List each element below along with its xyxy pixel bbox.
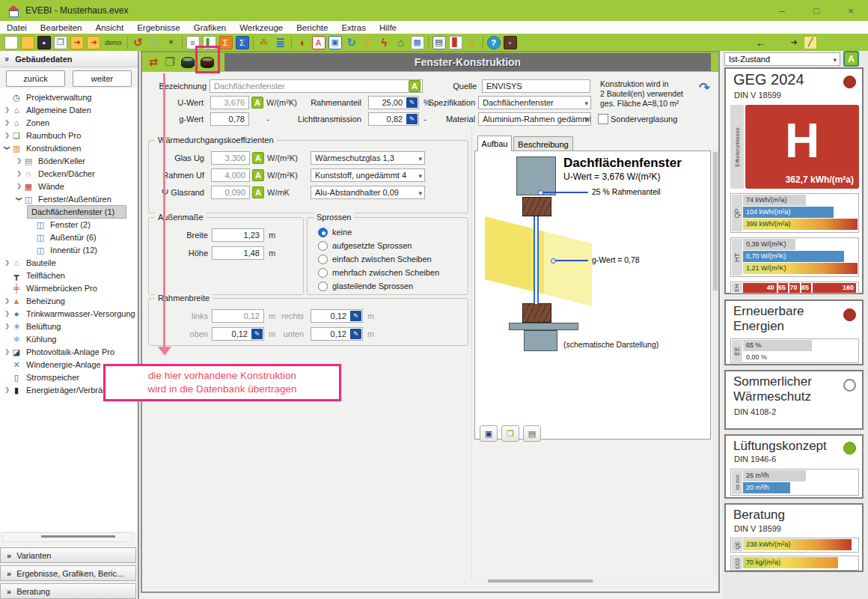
redo-icon[interactable]: ↻ [148, 36, 162, 49]
rahmen-uf-select[interactable]: Kunststoff, ungedämmt 4▾ [311, 168, 425, 182]
tree-item-zonen[interactable]: ❯⌂Zonen [0, 116, 136, 129]
lichttransmission-edit-icon[interactable]: ✎ [406, 114, 418, 124]
list-icon[interactable]: ≣ [274, 36, 287, 49]
maximize-button[interactable]: □ [799, 0, 834, 21]
glasrand-select[interactable]: Alu-Abstandhalter 0,09▾ [311, 186, 425, 199]
tree-expander-icon[interactable]: ❯ [3, 259, 11, 266]
breite-input[interactable]: 1,23 [212, 228, 264, 242]
tree-item-wärmebrücken-pro[interactable]: ╪Wärmebrücken Pro [0, 282, 136, 294]
table-icon[interactable]: ▦ [411, 36, 424, 49]
tree-item-trinkwarmwasser-versorgung[interactable]: ❯●Trinkwarmwasser-Versorgung [0, 307, 136, 320]
report-disk-icon[interactable]: ▤ [433, 36, 446, 49]
tree-item-bauteile[interactable]: ❯⌂Bauteile [0, 256, 136, 269]
new-file-icon[interactable] [4, 36, 18, 49]
refresh-icon[interactable]: ↻ [345, 36, 358, 49]
sigma-orange-icon[interactable]: Σ [219, 36, 233, 49]
tree-expander-icon[interactable]: ❯ [3, 132, 11, 139]
tree-item-beheizung[interactable]: ❯▲Beheizung [0, 294, 136, 307]
radio-button-icon[interactable] [318, 282, 328, 291]
menu-datei[interactable]: Datei [0, 21, 34, 34]
radio-button-icon[interactable] [318, 255, 328, 264]
tree-item-kühlung[interactable]: ❄Kühlung [0, 332, 136, 345]
tree-item-belüftung[interactable]: ❯✳Belüftung [0, 320, 136, 332]
minimize-button[interactable]: – [765, 0, 799, 21]
glas-ug-select[interactable]: Wärmeschutzglas 1,3▾ [311, 151, 425, 165]
tree-item-photovoltaik-anlage-pro[interactable]: ❯◪Photovoltaik-Anlage Pro [0, 345, 136, 358]
print-preview-icon[interactable]: ▤ [523, 425, 541, 442]
bolt-icon[interactable]: ϟ [378, 36, 391, 49]
back-arrow-icon[interactable]: ← [754, 36, 768, 49]
rahmenanteil-input[interactable]: 25,00 ✎ [368, 96, 419, 109]
panel-ergebnisse-grafiken-beric[interactable]: »Ergebnisse, Grafiken, Beric... [0, 565, 136, 581]
radio-aufgesetzte-sprossen[interactable]: aufgesetzte Sprossen [318, 239, 439, 252]
glasrand-auto-badge[interactable]: A [252, 186, 264, 198]
glas-ug-input[interactable]: 3,300 [211, 151, 250, 165]
sun-icon[interactable]: ☀ [361, 36, 375, 49]
menu-hilfe[interactable]: Hilfe [373, 21, 403, 34]
quelle-input[interactable]: ENVISYS [482, 79, 590, 93]
preview-horizontal-scrollbar[interactable] [474, 578, 711, 584]
back-button[interactable]: zurück [6, 70, 65, 87]
close-button[interactable]: × [834, 0, 868, 21]
next-button[interactable]: weiter [73, 70, 132, 87]
open-folder-icon[interactable] [21, 36, 34, 49]
menu-werkzeuge[interactable]: Werkzeuge [233, 21, 290, 34]
sonderverglasung-checkbox[interactable] [598, 114, 608, 124]
menu-extras[interactable]: Extras [334, 21, 373, 34]
megaphone-icon[interactable]: ◖ [296, 36, 309, 49]
preview-vertical-scrollbar[interactable] [712, 150, 718, 577]
tree-expander-icon[interactable]: ❯ [15, 170, 23, 177]
bezeichnung-auto-button[interactable]: A [409, 80, 421, 92]
hierarchy-icon[interactable]: ⁂ [257, 36, 271, 49]
tree-expander-icon[interactable]: ❯ [4, 144, 10, 152]
menu-ansicht[interactable]: Ansicht [88, 21, 130, 34]
photo-icon[interactable]: ▣ [328, 36, 342, 49]
tree-item-teilflächen[interactable]: ┳Teilflächen [0, 269, 136, 282]
sigma-blue-icon[interactable]: Σ [236, 36, 249, 49]
tab-beschreibung[interactable]: Beschreibung [513, 136, 573, 151]
lichttransmission-input[interactable]: 0,82 ✎ [368, 112, 419, 126]
radio-button-icon[interactable] [318, 268, 328, 278]
rahmenbreite-rechts-input[interactable]: 0,12✎ [311, 309, 363, 323]
radio-glasteilende-sprossen[interactable]: glasteilende Sprossen [318, 279, 439, 293]
u-wert-input[interactable]: 3,676 [210, 96, 249, 109]
menu-bearbeiten[interactable]: Bearbeiten [34, 21, 89, 34]
redo-curve-icon[interactable]: ↷ [699, 79, 710, 96]
rahmen-uf-auto-badge[interactable]: A [252, 169, 264, 181]
tree-expander-icon[interactable]: ❯ [3, 323, 11, 329]
glas-ug-auto-badge[interactable]: A [252, 152, 264, 164]
database-icon[interactable] [181, 58, 195, 68]
u-wert-auto-badge[interactable]: A [251, 97, 263, 109]
forward-arrow-icon[interactable]: → [771, 36, 784, 49]
tree-item-decken-dächer[interactable]: ❯∩Decken/Dächer [0, 167, 136, 180]
variant-select[interactable]: Ist-Zustand▾ [724, 52, 840, 66]
magic-wand-icon[interactable]: ✶ [165, 36, 178, 49]
tree-expander-icon[interactable]: ❯ [16, 195, 22, 203]
export-folder-icon[interactable]: ➜ [87, 36, 100, 49]
tree-item-projektverwaltung[interactable]: ◷Projektverwaltung [0, 91, 136, 103]
tree-item-wände[interactable]: ❯▦Wände [0, 180, 136, 192]
letter-a-icon[interactable]: A [312, 36, 326, 49]
tree-item-außentür-6[interactable]: ◫Außentür (6) [0, 231, 136, 243]
tree-expander-icon[interactable]: ❯ [3, 297, 11, 304]
copy-preview-icon[interactable]: ❐ [501, 425, 519, 442]
bezeichnung-input[interactable]: Dachflächenfenster A [210, 79, 423, 93]
hoehe-input[interactable]: 1,48 [212, 246, 264, 260]
g-wert-input[interactable]: 0,78 [210, 112, 249, 126]
help-icon[interactable]: ? [487, 36, 501, 49]
menu-grafiken[interactable]: Grafiken [187, 21, 233, 34]
tree-expander-icon[interactable]: ❯ [3, 119, 11, 126]
rahmenbreite-unten-edit-icon[interactable]: ✎ [350, 329, 361, 339]
tree-expander-icon[interactable]: ❯ [3, 310, 11, 317]
tree-item-konstruktionen[interactable]: ❯▥Konstruktionen [0, 142, 136, 154]
sidebar-horizontal-scrollbar[interactable] [2, 532, 132, 542]
goto-edit-icon[interactable]: ➜ [787, 36, 801, 49]
radio-button-icon[interactable] [318, 228, 328, 237]
rahmenanteil-edit-icon[interactable]: ✎ [406, 97, 418, 108]
panel-beratung[interactable]: »Beratung [0, 583, 136, 599]
house-energy-icon[interactable]: ⌂ [394, 36, 408, 49]
tab-aufbau[interactable]: Aufbau [477, 136, 512, 151]
demo-label[interactable]: demo [105, 39, 122, 46]
rahmenbreite-rechts-edit-icon[interactable]: ✎ [350, 311, 361, 321]
save-icon[interactable]: ▪ [37, 36, 51, 49]
